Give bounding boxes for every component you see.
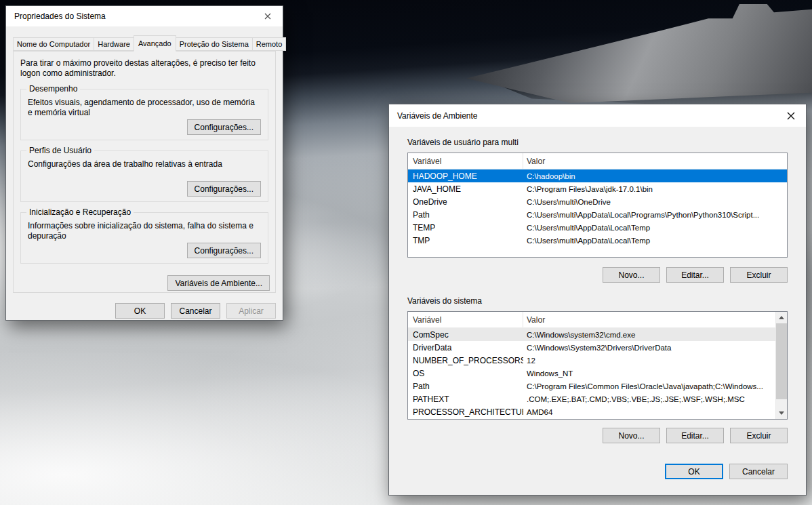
system-delete-button[interactable]: Excluir bbox=[730, 428, 788, 443]
ok-button[interactable]: OK bbox=[665, 464, 723, 479]
close-icon[interactable] bbox=[252, 6, 283, 26]
environment-variables-button[interactable]: Variáveis de Ambiente... bbox=[167, 275, 270, 291]
system-edit-button[interactable]: Editar... bbox=[666, 428, 724, 443]
scroll-up-icon[interactable] bbox=[776, 312, 787, 323]
system-properties-dialog: Propriedades do Sistema Nome do Computad… bbox=[5, 5, 283, 321]
tab-protecao-do-sistema[interactable]: Proteção do Sistema bbox=[176, 37, 253, 51]
startup-recovery-group-desc: Informações sobre inicialização do siste… bbox=[28, 221, 258, 241]
table-row[interactable]: PATHEXT .COM;.EXE;.BAT;.CMD;.VBS;.VBE;.J… bbox=[408, 392, 775, 405]
user-variables-label: Variáveis de usuário para multi bbox=[407, 138, 788, 147]
performance-group: Desempenho Efeitos visuais, agendamento … bbox=[20, 89, 268, 140]
table-row[interactable]: NUMBER_OF_PROCESSORS 12 bbox=[408, 354, 775, 367]
table-header[interactable]: Variável Valor bbox=[408, 312, 775, 328]
apply-button: Aplicar bbox=[226, 303, 276, 319]
performance-settings-button[interactable]: Configurações... bbox=[187, 119, 261, 135]
user-profiles-settings-button[interactable]: Configurações... bbox=[187, 181, 261, 197]
table-row[interactable]: OneDrive C:\Users\multi\OneDrive bbox=[408, 195, 787, 208]
table-row[interactable]: JAVA_HOME C:\Program Files\Java\jdk-17.0… bbox=[408, 182, 787, 195]
user-profiles-group-desc: Configurações da área de trabalho relati… bbox=[28, 159, 258, 169]
column-valor[interactable]: Valor bbox=[523, 315, 775, 325]
user-variables-table: Variável Valor HADOOP_HOME C:\hadoop\bin… bbox=[407, 153, 788, 258]
star-destroyer bbox=[466, 0, 812, 103]
user-new-button[interactable]: Novo... bbox=[603, 267, 660, 283]
environment-variables-titlebar[interactable]: Variáveis de Ambiente bbox=[389, 104, 806, 127]
table-row[interactable]: TEMP C:\Users\multi\AppData\Local\Temp bbox=[408, 221, 787, 234]
ok-button[interactable]: OK bbox=[115, 303, 165, 319]
user-profiles-group-title: Perfis de Usuário bbox=[26, 146, 94, 155]
table-row[interactable]: HADOOP_HOME C:\hadoop\bin bbox=[408, 169, 787, 182]
dialog-title: Propriedades do Sistema bbox=[6, 12, 252, 21]
tab-nome-do-computador[interactable]: Nome do Computador bbox=[13, 37, 94, 51]
table-row[interactable]: TMP C:\Users\multi\AppData\Local\Temp bbox=[408, 234, 787, 247]
scroll-down-icon[interactable] bbox=[776, 407, 787, 419]
tab-avancado[interactable]: Avançado bbox=[134, 35, 176, 52]
performance-group-desc: Efeitos visuais, agendamento de processa… bbox=[28, 98, 258, 118]
user-edit-button[interactable]: Editar... bbox=[666, 267, 724, 283]
column-valor[interactable]: Valor bbox=[523, 157, 787, 166]
cancel-button[interactable]: Cancelar bbox=[171, 303, 220, 319]
system-new-button[interactable]: Novo... bbox=[603, 428, 660, 443]
startup-recovery-group: Inicialização e Recuperação Informações … bbox=[20, 212, 268, 264]
system-properties-titlebar[interactable]: Propriedades do Sistema bbox=[6, 6, 283, 26]
tab-hardware[interactable]: Hardware bbox=[94, 37, 134, 51]
dialog-title: Variáveis de Ambiente bbox=[389, 111, 775, 121]
user-delete-button[interactable]: Excluir bbox=[730, 267, 788, 283]
table-row[interactable]: OS Windows_NT bbox=[408, 367, 775, 380]
system-variables-table: Variável Valor ComSpec C:\Windows\system… bbox=[407, 311, 788, 420]
admin-notice-text: Para tirar o máximo proveito destas alte… bbox=[19, 57, 270, 79]
advanced-tab-panel: Para tirar o máximo proveito destas alte… bbox=[13, 51, 276, 293]
column-variavel[interactable]: Variável bbox=[408, 153, 523, 169]
column-variavel[interactable]: Variável bbox=[408, 312, 523, 327]
cancel-button[interactable]: Cancelar bbox=[729, 464, 788, 479]
performance-group-title: Desempenho bbox=[26, 84, 80, 94]
startup-recovery-settings-button[interactable]: Configurações... bbox=[187, 243, 261, 258]
table-row[interactable]: Path C:\Program Files\Common Files\Oracl… bbox=[408, 380, 775, 392]
startup-recovery-group-title: Inicialização e Recuperação bbox=[26, 207, 134, 217]
close-icon[interactable] bbox=[775, 104, 806, 127]
table-header[interactable]: Variável Valor bbox=[408, 153, 787, 169]
system-variables-label: Variáveis do sistema bbox=[407, 296, 788, 306]
tab-remoto[interactable]: Remoto bbox=[252, 37, 287, 51]
tab-strip: Nome do Computador Hardware Avançado Pro… bbox=[6, 35, 283, 51]
table-row[interactable]: DriverData C:\Windows\System32\Drivers\D… bbox=[408, 341, 775, 354]
environment-variables-dialog: Variáveis de Ambiente Variáveis de usuár… bbox=[388, 104, 807, 496]
user-profiles-group: Perfis de Usuário Configurações da área … bbox=[20, 150, 268, 202]
vertical-scrollbar[interactable] bbox=[775, 312, 787, 419]
table-row[interactable]: Path C:\Users\multi\AppData\Local\Progra… bbox=[408, 208, 787, 221]
scrollbar-thumb[interactable] bbox=[776, 323, 787, 399]
table-row[interactable]: PROCESSOR_ARCHITECTURE AMD64 bbox=[408, 405, 775, 418]
table-row[interactable]: ComSpec C:\Windows\system32\cmd.exe bbox=[408, 328, 775, 341]
